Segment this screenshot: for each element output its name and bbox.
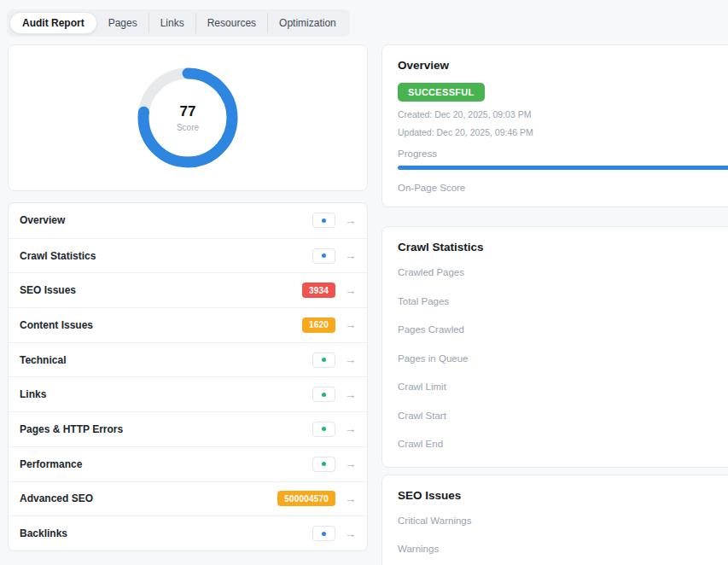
stat-warnings: Warnings [398,534,728,563]
score-gauge: 77 Score [135,65,241,171]
arrow-right-icon[interactable]: → [345,250,356,261]
stat-crawled-pages: Crawled Pages [398,258,728,287]
created-timestamp: Created: Dec 20, 2025, 09:03 PM [398,109,728,119]
sidebar-item-pages-http-errors[interactable]: Pages & HTTP Errors → [9,411,367,446]
nav-label: Links [20,388,46,400]
score-card: 77 Score [8,44,368,191]
nav-label: Content Issues [20,319,93,331]
nav-label: Pages & HTTP Errors [20,423,123,435]
status-badge [312,213,335,228]
status-badge [312,387,335,402]
sidebar-item-crawl-statistics[interactable]: Crawl Statistics → [9,238,367,273]
arrow-right-icon[interactable]: → [345,528,356,539]
tab-pages[interactable]: Pages [97,13,149,33]
sidebar-item-content-issues[interactable]: Content Issues 1620→ [9,307,367,342]
sidebar-item-seo-issues[interactable]: SEO Issues 3934→ [9,272,367,307]
tab-audit-report[interactable]: Audit Report [9,12,97,34]
arrow-right-icon[interactable]: → [345,493,356,504]
arrow-right-icon[interactable]: → [345,423,356,434]
nav-label: Advanced SEO [20,492,93,504]
status-badge [312,526,335,541]
count-badge: 3934 [302,282,335,298]
status-badge [312,352,335,368]
progress-fill [398,166,728,170]
progress-label: Progress [398,149,728,159]
overview-panel: Overview SUCCESSFUL Created: Dec 20, 202… [381,44,728,207]
nav-label: SEO Issues [20,284,76,296]
overview-panel-title: Overview [398,59,728,72]
updated-timestamp: Updated: Dec 20, 2025, 09:46 PM [398,127,728,137]
nav-label: Performance [20,458,82,470]
status-badge [312,248,335,264]
sidebar-item-overview[interactable]: Overview → [9,203,367,238]
seo-issues-panel: SEO Issues Critical Warnings Warnings Pa… [381,475,728,565]
nav-label: Technical [20,354,66,366]
crawl-statistics-panel: Crawl Statistics Crawled Pages Total Pag… [381,226,728,468]
sidebar-item-performance[interactable]: Performance → [9,446,367,481]
arrow-right-icon[interactable]: → [345,319,356,330]
audit-status-badge: SUCCESSFUL [398,83,485,102]
stat-pages-crawled: Pages Crawled [398,315,728,344]
status-badge [312,422,335,437]
stat-critical-warnings: Critical Warnings [398,506,728,535]
sidebar-item-backlinks[interactable]: Backlinks → [9,515,367,550]
stat-crawl-limit: Crawl Limit [398,372,728,401]
tab-links[interactable]: Links [149,13,195,33]
score-value: 77 [180,103,196,120]
nav-label: Backlinks [20,527,67,539]
onpage-score-label: On-Page Score [398,183,728,193]
tab-resources[interactable]: Resources [195,13,267,33]
progress-bar [398,166,728,170]
count-badge: 1620 [302,317,335,333]
tab-optimization[interactable]: Optimization [267,13,347,33]
arrow-right-icon[interactable]: → [345,215,356,226]
sidebar-item-advanced-seo[interactable]: Advanced SEO 500004570→ [9,481,367,516]
count-badge: 500004570 [277,491,335,506]
audit-report-page: Audit Report Pages Links Resources Optim… [0,0,728,565]
top-tabbar: Audit Report Pages Links Resources Optim… [7,9,350,37]
nav-label: Crawl Statistics [20,250,96,262]
stat-crawl-start: Crawl Start [398,401,728,430]
stat-crawl-end: Crawl End [398,429,728,458]
nav-label: Overview [20,214,65,226]
arrow-right-icon[interactable]: → [345,389,356,400]
score-label: Score [177,123,199,132]
arrow-right-icon[interactable]: → [345,354,356,365]
status-badge [312,457,335,472]
stat-total-pages: Total Pages [398,287,728,316]
report-sections-list: Overview → Crawl Statistics → SEO Issues… [8,202,368,551]
sidebar-item-links[interactable]: Links → [9,376,367,411]
stat-pages-in-queue: Pages in Queue [398,344,728,373]
crawl-statistics-title: Crawl Statistics [398,241,728,253]
arrow-right-icon[interactable]: → [345,458,356,469]
arrow-right-icon[interactable]: → [345,285,356,296]
seo-issues-title: SEO Issues [398,489,728,502]
sidebar-item-technical[interactable]: Technical → [9,342,367,377]
